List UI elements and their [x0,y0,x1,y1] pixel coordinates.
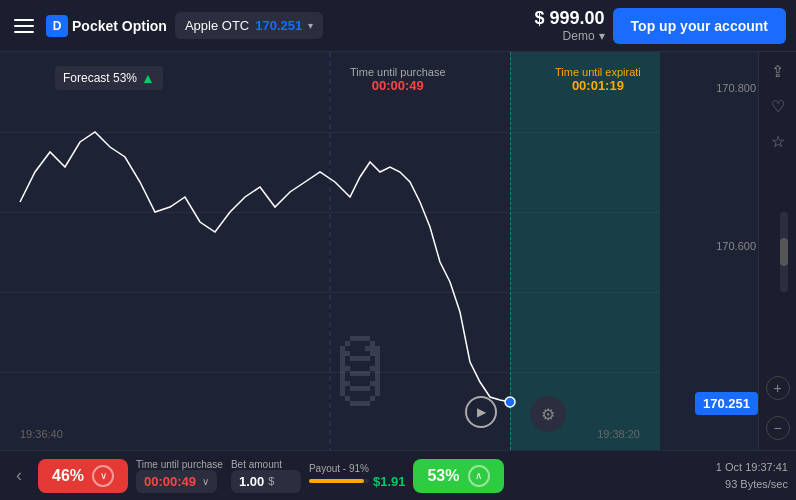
up-trade-button[interactable]: 53% ∧ [413,459,503,493]
time-selector-chevron-icon: ∨ [202,476,209,487]
topup-button[interactable]: Top up your account [613,8,786,44]
balance-chevron-icon: ▾ [599,29,605,43]
chart-container: 🛢 Forecast 53% ▲ Time until purchase 00:… [0,52,796,450]
payout-progress-bar [309,479,369,483]
network-speed: 93 Bytes/sec [716,476,788,493]
bet-currency: $ [268,475,274,487]
down-trade-button[interactable]: 46% ∨ [38,459,128,493]
down-chevron-icon: ∨ [92,465,114,487]
header: D Pocket Option Apple OTC 170.251 ▾ $ 99… [0,0,796,52]
asset-name: Apple OTC [185,18,249,33]
price-chart [0,52,660,450]
up-chevron-icon: ∧ [468,465,490,487]
back-button[interactable]: ‹ [8,461,30,490]
balance-type: Demo ▾ [535,29,605,43]
time-until-expiry-label: Time until expirati [555,66,641,78]
balance-amount: $ 999.00 [535,8,605,29]
y-axis: 170.800 170.600 170.400 [696,52,756,450]
scroll-track[interactable] [780,212,788,292]
asset-price: 170.251 [255,18,302,33]
bet-value: 1.00 [239,474,264,489]
scroll-thumb [780,238,788,266]
up-percentage: 53% [427,467,459,485]
asset-chevron-icon: ▾ [308,20,313,31]
zoom-in-button[interactable]: + [766,376,790,400]
forecast-badge: Forecast 53% ▲ [55,66,163,90]
forecast-label: Forecast 53% [63,71,137,85]
star-icon[interactable]: ☆ [771,132,785,151]
payout-bar-container: $1.91 [309,474,406,489]
x-label-2: 19:38:20 [597,428,640,440]
y-label-1: 170.800 [696,82,756,94]
payout-section: Payout - 91% $1.91 [309,463,406,489]
time-until-expiry-value: 00:01:19 [555,78,641,93]
logo-icon: D [46,15,68,37]
forecast-up-icon: ▲ [141,70,155,86]
bet-input[interactable]: 1.00 $ [231,470,301,493]
datetime-section: 1 Oct 19:37:41 93 Bytes/sec [716,459,788,492]
x-axis: 19:36:40 19:38:20 [0,428,660,440]
time-section: Time until purchase 00:00:49 ∨ [136,459,223,493]
logo: D Pocket Option [46,15,167,37]
asset-selector[interactable]: Apple OTC 170.251 ▾ [175,12,323,39]
balance-section: $ 999.00 Demo ▾ [535,8,605,43]
x-label-1: 19:36:40 [20,428,63,440]
y-label-2: 170.600 [696,240,756,252]
time-until-purchase-value: 00:00:49 [350,78,446,93]
down-percentage: 46% [52,467,84,485]
time-until-purchase-label: Time until purchase [350,66,446,78]
payout-label: Payout - 91% [309,463,369,474]
time-selector[interactable]: 00:00:49 ∨ [136,470,217,493]
settings-button[interactable]: ⚙ [530,396,566,432]
bottom-bar: ‹ 46% ∨ Time until purchase 00:00:49 ∨ B… [0,450,796,500]
chart-time-until-expiry: Time until expirati 00:01:19 [555,66,641,93]
time-label: Time until purchase [136,459,223,470]
right-sidebar: ⇪ ♡ ☆ + − [758,52,796,450]
share-icon[interactable]: ⇪ [771,62,784,81]
time-selector-value: 00:00:49 [144,474,196,489]
hamburger-button[interactable] [10,15,38,37]
logo-text: Pocket Option [72,18,167,34]
payout-amount: $1.91 [373,474,406,489]
bet-label: Bet amount [231,459,282,470]
heart-icon[interactable]: ♡ [771,97,785,116]
zoom-out-button[interactable]: − [766,416,790,440]
bet-section: Bet amount 1.00 $ [231,459,301,493]
svg-point-1 [505,397,515,407]
payout-fill [309,479,364,483]
datetime-value: 1 Oct 19:37:41 [716,459,788,476]
current-price-badge: 170.251 [695,392,758,415]
chart-time-until-purchase: Time until purchase 00:00:49 [350,66,446,93]
play-button[interactable]: ▶ [465,396,497,428]
